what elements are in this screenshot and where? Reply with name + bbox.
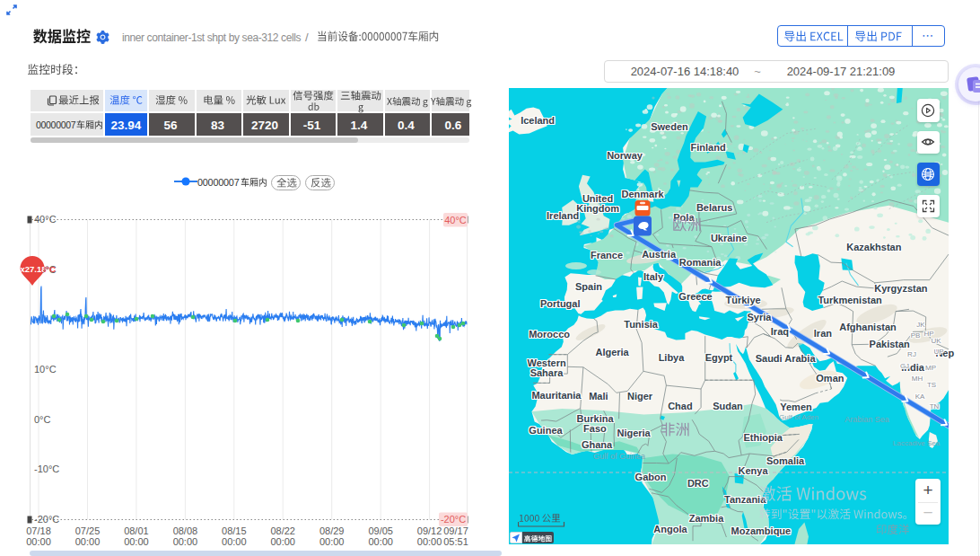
svg-text:40°C: 40°C xyxy=(34,214,57,225)
svg-text:08/01: 08/01 xyxy=(124,525,149,536)
svg-text:00:00: 00:00 xyxy=(124,536,149,547)
svg-text:08/15: 08/15 xyxy=(222,525,247,536)
svg-text:00:00: 00:00 xyxy=(75,536,101,547)
svg-text:09/12: 09/12 xyxy=(417,525,442,536)
svg-text:00:00: 00:00 xyxy=(173,536,198,547)
svg-text:08/29: 08/29 xyxy=(319,525,345,536)
svg-text:07/18: 07/18 xyxy=(26,525,51,536)
svg-text:00:00: 00:00 xyxy=(368,536,393,547)
svg-text:05:51: 05:51 xyxy=(443,536,468,547)
svg-text:40°C: 40°C xyxy=(444,215,467,225)
svg-text:00:00: 00:00 xyxy=(222,536,247,547)
svg-text:-10°C: -10°C xyxy=(34,463,59,474)
svg-text:08/22: 08/22 xyxy=(270,525,295,536)
svg-text:07/25: 07/25 xyxy=(75,525,101,536)
svg-text:0°C: 0°C xyxy=(34,414,51,425)
svg-text:08/08: 08/08 xyxy=(173,525,198,536)
svg-text:09/05: 09/05 xyxy=(368,525,393,536)
svg-text:00:00: 00:00 xyxy=(26,536,51,547)
svg-text:-20°C: -20°C xyxy=(441,514,466,525)
svg-text:09/17: 09/17 xyxy=(443,525,468,536)
svg-text:00:00: 00:00 xyxy=(319,536,345,547)
svg-text:00:00: 00:00 xyxy=(270,536,295,547)
svg-text:-20°C: -20°C xyxy=(34,514,59,525)
svg-text:00:00: 00:00 xyxy=(417,536,442,547)
svg-text:10°C: 10°C xyxy=(34,364,57,375)
